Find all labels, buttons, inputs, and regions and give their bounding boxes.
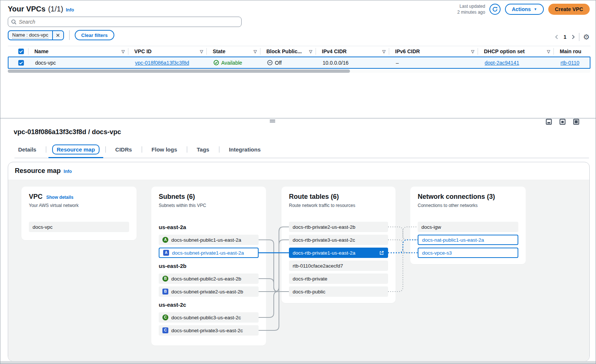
rm-item-docs-subnet-public3-us-east-2c[interactable]: Cdocs-subnet-public3-us-east-2c [159,312,259,323]
info-link[interactable]: Info [66,7,74,13]
cell-ipv4-cidr: 10.0.0.0/16 [317,60,390,66]
column-header-ipv4-cidr[interactable]: IPv4 CIDR▽ [316,46,389,57]
panel-layout-bottom-icon[interactable] [546,119,552,125]
rm-column-subtitle: Your AWS virtual network [29,203,129,208]
horizontal-scrollbar-thumb[interactable] [8,69,350,73]
rm-item-docs-nat-public1-us-east-2a[interactable]: docs-nat-public1-us-east-2a [418,235,518,245]
public-subnet-badge: C [162,314,168,320]
page-title: Your VPCs [8,5,46,13]
rm-item-docs-subnet-private3-us-east-2c[interactable]: Cdocs-subnet-private3-us-east-2c [159,325,259,336]
cell-dhcp-option-set-link[interactable]: dopt-2ac94141 [485,60,519,66]
column-header-ipv6-cidr[interactable]: IPv6 CIDR▽ [389,46,478,57]
vpc-count: (1/1) [48,5,63,13]
search-icon [11,19,17,25]
column-header-vpc-id[interactable]: VPC ID▽ [128,46,207,57]
rm-item-docs-vpce-s3[interactable]: docs-vpce-s3 [418,248,518,258]
clear-filters-button[interactable]: Clear filters [75,30,115,40]
actions-button[interactable]: Actions ▼ [505,4,543,15]
create-vpc-button[interactable]: Create VPC [548,4,590,15]
rm-item-docs-vpc[interactable]: docs-vpc [29,222,129,232]
column-filter-icon[interactable]: ▽ [309,49,312,54]
last-updated-text: Last updated 2 minutes ago [457,3,485,15]
rm-item-docs-subnet-private1-us-east-2a[interactable]: Adocs-subnet-private1-us-east-2a [159,248,259,258]
resource-map-info-link[interactable]: Info [64,169,72,174]
panel-layout-half-icon[interactable] [559,119,566,125]
row-checkbox[interactable] [9,60,29,66]
column-filter-icon[interactable]: ▽ [383,49,385,54]
search-input[interactable] [19,19,238,25]
off-icon [267,60,273,65]
rm-item-docs-rtb-private3-us-east-2c[interactable]: docs-rtb-private3-us-east-2c [289,235,388,245]
column-filter-icon[interactable]: ▽ [122,49,125,54]
vpc-console-page: Your VPCs (1/1) Info Last updated 2 minu… [0,0,596,364]
column-filter-icon[interactable]: ▽ [471,49,474,54]
refresh-button[interactable] [489,4,501,15]
search-box[interactable] [8,17,242,27]
cell-main-route-table-link[interactable]: rtb-0110 [560,60,579,66]
rm-item-rtb-0110cface2acecfd7[interactable]: rtb-0110cface2acecfd7 [289,261,388,271]
rm-item-docs-rtb-private2-us-east-2b[interactable]: docs-rtb-private2-us-east-2b [289,222,388,232]
rm-column-title: VPC [29,193,43,201]
tab-integrations[interactable]: Integrations [219,141,270,158]
tab-details[interactable]: Details [14,141,46,158]
table-row[interactable]: docs-vpcvpc-018f086a13f3c3f8dAvailableOf… [8,57,590,69]
column-header-main-rou[interactable]: Main rou [554,46,590,57]
tab-resource-map[interactable]: Resource map [46,141,105,158]
resource-map-header: Resource map Info [15,167,72,175]
column-header-state[interactable]: State▽ [207,46,260,57]
divider [69,30,70,40]
cell-vpc-id: vpc-018f086a13f3c3f8d [129,60,208,66]
panel-layout-full-icon[interactable] [573,119,579,125]
page-header: Your VPCs (1/1) Info [8,5,74,13]
split-panel-divider [0,118,596,119]
tab-tags[interactable]: Tags [187,141,219,158]
cell-vpc-id-link[interactable]: vpc-018f086a13f3c3f8d [135,60,189,66]
current-page[interactable]: 1 [563,34,567,40]
rm-item-docs-rtb-private1-us-east-2a[interactable]: docs-rtb-private1-us-east-2a [289,248,388,258]
select-all-checkbox[interactable] [8,46,28,57]
prev-page-button[interactable] [555,34,559,40]
rm-item-docs-igw[interactable]: docs-igw [418,222,518,232]
private-subnet-badge: B [162,289,168,295]
rm-column-subnets: Subnets (6)Subnets within this VPCus-eas… [151,187,266,346]
show-details-link[interactable]: Show details [46,195,73,200]
detail-tabs: DetailsResource mapCIDRsFlow logsTagsInt… [14,141,589,158]
split-panel-drag-handle[interactable] [270,120,275,123]
horizontal-scrollbar [8,69,590,73]
rm-column-title: Route tables (6) [289,193,339,201]
rm-column-network-connections: Network connections (3)Connections to ot… [410,187,526,264]
settings-gear-icon[interactable]: ⚙ [583,33,590,41]
filter-row: Name : docs-vpc Clear filters [8,30,114,40]
cell-state: Available [208,60,261,66]
pagination: 1 ⚙ [555,33,590,41]
refresh-icon [492,6,498,12]
filter-chip-dismiss-button[interactable] [52,31,63,40]
rm-item-docs-rtb-public[interactable]: docs-rtb-public [289,286,388,297]
rm-column-subtitle: Subnets within this VPC [159,203,259,208]
next-page-button[interactable] [571,34,575,40]
divider [579,33,579,41]
rm-item-docs-subnet-public2-us-east-2b[interactable]: Bdocs-subnet-public2-us-east-2b [159,273,259,284]
cell-block-public-access: Off [261,60,317,66]
resource-map-canvas: VPCShow detailsYour AWS virtual networkd… [8,180,589,361]
availability-zone-heading: us-east-2b [159,262,259,270]
rm-item-docs-rtb-private[interactable]: docs-rtb-private [289,273,388,284]
detail-panel-title: vpc-018f086a13f3c3f8d / docs-vpc [14,128,121,136]
rm-item-docs-subnet-private2-us-east-2b[interactable]: Bdocs-subnet-private2-us-east-2b [159,286,259,297]
public-subnet-badge: B [162,276,168,282]
filter-chip-label: Name : docs-vpc [9,31,52,40]
column-header-block-public[interactable]: Block Public...▽ [260,46,316,57]
column-filter-icon[interactable]: ▽ [254,49,257,54]
column-header-name[interactable]: Name▽ [28,46,128,57]
rm-column-vpc: VPCShow detailsYour AWS virtual networkd… [21,187,137,240]
tab-flow-logs[interactable]: Flow logs [142,141,187,158]
column-header-dhcp-option-set[interactable]: DHCP option set▽ [478,46,554,57]
rm-column-route-tables: Route tables (6)Route network traffic to… [282,187,395,303]
cell-dhcp-option-set: dopt-2ac94141 [479,60,555,66]
tab-cidrs[interactable]: CIDRs [106,141,142,158]
chevron-right-icon [571,34,575,40]
close-icon [55,33,60,38]
column-filter-icon[interactable]: ▽ [200,49,203,54]
rm-item-docs-subnet-public1-us-east-2a[interactable]: Adocs-subnet-public1-us-east-2a [159,235,259,245]
column-filter-icon[interactable]: ▽ [547,49,550,54]
